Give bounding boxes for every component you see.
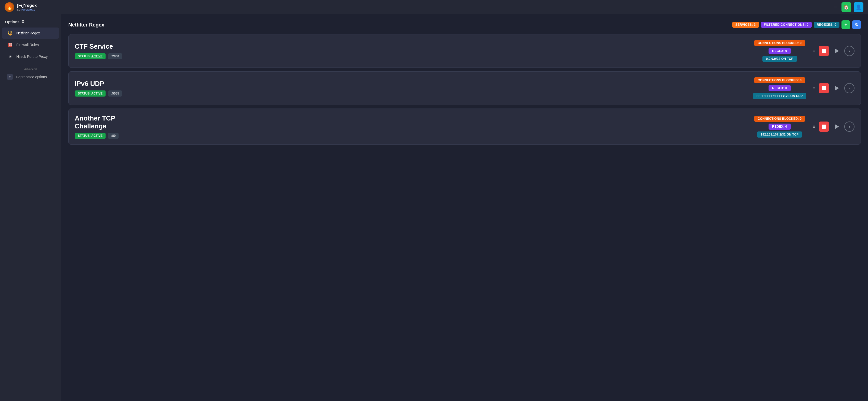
firewall-icon [7, 42, 13, 48]
hamburger-menu-button[interactable]: ≡ [832, 3, 839, 11]
filter-badge-ctf: 0.0.0.0/32 ON TCP [763, 56, 797, 62]
dropdown-arrow-icon: ▾ [7, 74, 13, 80]
topbar-left: 🔥 [Fi]*regex By Pwnzer0tt1 [5, 2, 37, 12]
regex-count-ipv6: REGEX: 0 [769, 85, 790, 91]
port-badge-ipv6: :5555 [108, 91, 122, 97]
card-menu-button-ipv6[interactable]: ≡ [811, 85, 816, 92]
play-button-ctf[interactable] [832, 46, 842, 56]
service-title-tcp: Another TCP Challenge [75, 114, 748, 130]
page-title: Netfilter Regex [68, 22, 104, 28]
play-button-tcp[interactable] [832, 122, 842, 132]
regexes-badge: REGEXES: 0 [814, 22, 839, 28]
port-badge-tcp: :80 [108, 133, 119, 139]
sidebar-item-firewall-rules[interactable]: Firewall Rules [2, 39, 59, 51]
detail-button-ipv6[interactable]: › [844, 83, 855, 93]
card-badges-ctf: STATUS: ACTIVE :2000 [75, 53, 748, 59]
netfilter-icon: 🔱 [7, 30, 13, 36]
card-badges-ipv6: STATUS: ACTIVE :5555 [75, 91, 748, 97]
options-label: Options [5, 20, 20, 24]
deprecated-label: Deprecated options [16, 75, 46, 79]
connections-blocked-ctf: CONNECTIONS BLOCKED: 0 [754, 40, 805, 46]
status-badge-ipv6: STATUS: ACTIVE [75, 91, 105, 97]
service-card-tcp: Another TCP Challenge STATUS: ACTIVE :80… [68, 108, 861, 145]
main-layout: Options ⚙ 🔱 Netfilter Regex Firewall Rul… [0, 14, 868, 401]
card-center-ipv6: CONNECTIONS BLOCKED: 0 REGEX: 0 FFFF:FFF… [753, 77, 806, 99]
arrow-right-icon-ctf: › [848, 48, 850, 54]
card-left-tcp: Another TCP Challenge STATUS: ACTIVE :80 [75, 114, 748, 139]
app-logo: 🔥 [5, 2, 14, 12]
main-content: Netfilter Regex SERVICES: 3 FILTERED CON… [61, 14, 868, 401]
stop-button-ctf[interactable] [819, 46, 829, 56]
detail-button-ctf[interactable]: › [844, 46, 855, 56]
svg-rect-4 [10, 45, 12, 46]
play-icon-ctf [835, 49, 839, 53]
arrow-right-icon-ipv6: › [848, 86, 850, 91]
services-badge: SERVICES: 3 [732, 22, 759, 28]
home-icon: 🏠 [843, 4, 849, 10]
home-button[interactable]: 🏠 [841, 2, 851, 12]
card-menu-button-ctf[interactable]: ≡ [811, 47, 816, 55]
card-left-ctf: CTF Service STATUS: ACTIVE :2000 [75, 42, 748, 59]
app-subtitle: By Pwnzer0tt1 [17, 8, 37, 11]
status-badge-tcp: STATUS: ACTIVE [75, 133, 105, 139]
sidebar-item-deprecated[interactable]: ▾ Deprecated options [2, 72, 59, 82]
sidebar-label-netfilter: Netfilter Regex [16, 31, 40, 35]
filter-badge-ipv6: FFFF:FFFF::FFFF/128 ON UDP [753, 93, 806, 99]
sidebar-divider [4, 65, 57, 65]
regex-count-ctf: REGEX: 0 [769, 48, 790, 54]
app-title: [Fi]*regex [17, 3, 37, 8]
svg-rect-2 [10, 43, 12, 44]
arrow-right-icon-tcp: › [848, 124, 850, 129]
card-right-tcp: ≡ › [811, 122, 855, 132]
header-badges: SERVICES: 3 FILTERED CONNECTIONS: 0 REGE… [732, 21, 861, 29]
topbar-right: ≡ 🏠 👤 [832, 2, 863, 12]
gear-icon: ⚙ [21, 20, 25, 24]
card-center-ctf: CONNECTIONS BLOCKED: 0 REGEX: 0 0.0.0.0/… [753, 40, 806, 62]
stop-icon-ipv6 [822, 86, 826, 90]
sidebar: Options ⚙ 🔱 Netfilter Regex Firewall Rul… [0, 14, 61, 401]
content-header: Netfilter Regex SERVICES: 3 FILTERED CON… [68, 21, 861, 29]
service-card-ctf: CTF Service STATUS: ACTIVE :2000 CONNECT… [68, 34, 861, 68]
profile-button[interactable]: 👤 [854, 2, 863, 12]
play-button-ipv6[interactable] [832, 83, 842, 93]
sidebar-label-hijack: Hijack Port to Proxy [16, 55, 48, 59]
sidebar-item-hijack-port[interactable]: ✴ Hijack Port to Proxy [2, 51, 59, 62]
play-icon-ipv6 [835, 86, 839, 91]
service-card-ipv6: IPv6 UDP STATUS: ACTIVE :5555 CONNECTION… [68, 71, 861, 105]
advanced-label: Advanced [0, 68, 61, 71]
sidebar-header: Options ⚙ [0, 18, 61, 27]
stop-icon-tcp [822, 125, 826, 129]
logo-emoji: 🔥 [6, 4, 13, 10]
detail-button-tcp[interactable]: › [844, 122, 855, 132]
hijack-icon: ✴ [7, 54, 13, 60]
card-right-ipv6: ≡ › [811, 83, 855, 93]
author-link[interactable]: Pwnzer0tt1 [21, 8, 35, 11]
card-right-ctf: ≡ › [811, 46, 855, 56]
card-badges-tcp: STATUS: ACTIVE :80 [75, 133, 748, 139]
sidebar-label-firewall: Firewall Rules [16, 43, 39, 47]
add-service-button[interactable]: + [841, 21, 850, 29]
stop-icon-ctf [822, 49, 826, 53]
card-center-tcp: CONNECTIONS BLOCKED: 0 REGEX: 0 192.168.… [753, 116, 806, 138]
port-badge-ctf: :2000 [108, 53, 122, 59]
stop-button-tcp[interactable] [819, 122, 829, 132]
refresh-button[interactable]: ↻ [852, 21, 861, 29]
filtered-connections-badge: FILTERED CONNECTIONS: 0 [761, 22, 812, 28]
svg-rect-1 [9, 43, 10, 44]
play-icon-tcp [835, 124, 839, 129]
svg-rect-3 [9, 45, 10, 46]
connections-blocked-ipv6: CONNECTIONS BLOCKED: 0 [754, 77, 805, 83]
regex-count-tcp: REGEX: 0 [769, 124, 790, 130]
connections-blocked-tcp: CONNECTIONS BLOCKED: 0 [754, 116, 805, 122]
card-left-ipv6: IPv6 UDP STATUS: ACTIVE :5555 [75, 80, 748, 96]
status-badge-ctf: STATUS: ACTIVE [75, 53, 105, 59]
app-title-block: [Fi]*regex By Pwnzer0tt1 [17, 3, 37, 11]
profile-icon: 👤 [856, 4, 861, 10]
service-title-ipv6: IPv6 UDP [75, 80, 748, 88]
service-title-ctf: CTF Service [75, 42, 748, 51]
sidebar-item-netfilter-regex[interactable]: 🔱 Netfilter Regex [2, 28, 59, 39]
card-menu-button-tcp[interactable]: ≡ [811, 123, 816, 130]
topbar: 🔥 [Fi]*regex By Pwnzer0tt1 ≡ 🏠 👤 [0, 0, 868, 14]
filter-badge-tcp: 192.168.107.2/32 ON TCP [757, 131, 802, 138]
stop-button-ipv6[interactable] [819, 83, 829, 93]
